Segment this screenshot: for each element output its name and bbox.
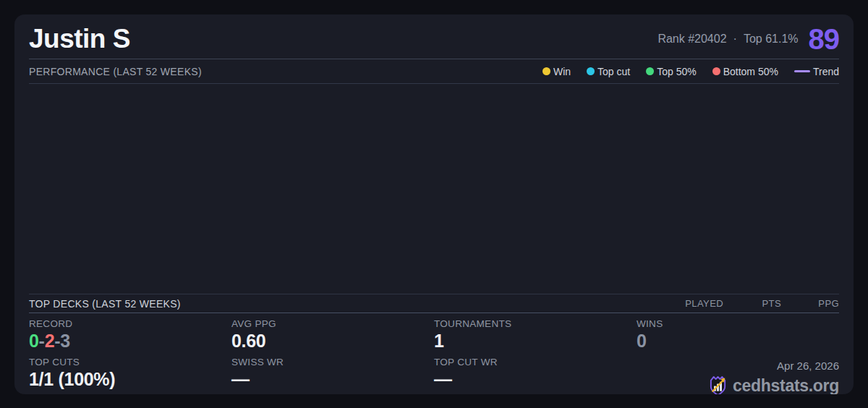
player-name: Justin S [29,24,130,54]
avg-ppg-label: AVG PPG [231,318,434,329]
legend-label: Bottom 50% [723,66,778,77]
rank-number: Rank #20402 [658,33,726,46]
stat-col-wins: WINS 0 Apr 26, 2026 c [637,318,839,394]
top-cut-dot-icon [587,67,595,75]
performance-chart [29,84,839,294]
player-stats-card: Justin S Rank #20402 · Top 61.1% 89 PERF… [14,14,854,394]
stat-col-tournaments: TOURNAMENTS 1 TOP CUT WR — [434,318,637,394]
swiss-wr-value: — [231,370,434,390]
bottom-50-dot-icon [712,67,720,75]
legend-label: Top 50% [657,66,696,77]
top-decks-title: TOP DECKS (LAST 52 WEEKS) [29,298,181,310]
record-label: RECORD [29,318,231,329]
player-score: 89 [809,25,840,54]
avg-ppg-value: 0.60 [231,331,434,352]
legend-label: Win [553,66,571,77]
tournaments-label: TOURNAMENTS [434,318,637,329]
tournaments-value: 1 [434,331,637,352]
brand-name: cedhstats.org [733,376,839,394]
rank-group: Rank #20402 · Top 61.1% 89 [658,25,839,54]
top-cuts-value: 1/1 (100%) [29,370,231,390]
wins-value: 0 [637,331,839,352]
performance-header: PERFORMANCE (LAST 52 WEEKS) Win Top cut … [29,59,839,84]
footer-date: Apr 26, 2026 [708,360,839,372]
column-played: PLAYED [665,298,723,309]
legend-item-top-cut: Top cut [587,66,630,77]
top-cut-wr-value: — [434,370,637,390]
top-cut-wr-label: TOP CUT WR [434,357,637,367]
stat-col-ppg: AVG PPG 0.60 SWISS WR — [231,318,434,394]
record-wins: 0 [29,331,39,351]
legend-item-bottom-50: Bottom 50% [712,66,778,77]
top-decks-columns: PLAYED PTS PPG [665,298,839,309]
swiss-wr-label: SWISS WR [231,357,434,367]
stat-col-record: RECORD 0-2-3 TOP CUTS 1/1 (100%) [29,318,231,394]
card-header: Justin S Rank #20402 · Top 61.1% 89 [29,14,839,59]
chart-legend: Win Top cut Top 50% Bottom 50% Trend [542,66,839,77]
column-ppg: PPG [781,298,839,309]
performance-title: PERFORMANCE (LAST 52 WEEKS) [29,66,202,77]
brand-row: cedhstats.org [708,375,839,394]
record-value: 0-2-3 [29,331,231,352]
wins-label: WINS [637,318,839,329]
legend-item-trend: Trend [794,66,839,77]
card-footer: Apr 26, 2026 cedhstats.org [708,360,839,394]
top-decks-header: TOP DECKS (LAST 52 WEEKS) PLAYED PTS PPG [29,294,839,313]
record-draws: 3 [60,331,70,351]
stats-grid: RECORD 0-2-3 TOP CUTS 1/1 (100%) AVG PPG… [29,313,839,394]
legend-label: Top cut [597,66,630,77]
rank-text: Rank #20402 · Top 61.1% [658,33,798,46]
win-dot-icon [542,67,550,75]
record-separator: - [39,331,45,351]
cedhstats-shield-logo-icon [708,375,728,394]
record-losses: 2 [45,331,55,351]
top-50-dot-icon [646,67,654,75]
legend-item-top-50: Top 50% [646,66,696,77]
trend-line-icon [794,70,810,72]
column-pts: PTS [723,298,781,309]
top-cuts-label: TOP CUTS [29,357,231,367]
top-percent: Top 61.1% [744,33,799,46]
legend-item-win: Win [542,66,571,77]
dot-separator: · [733,33,737,46]
legend-label: Trend [813,66,839,77]
